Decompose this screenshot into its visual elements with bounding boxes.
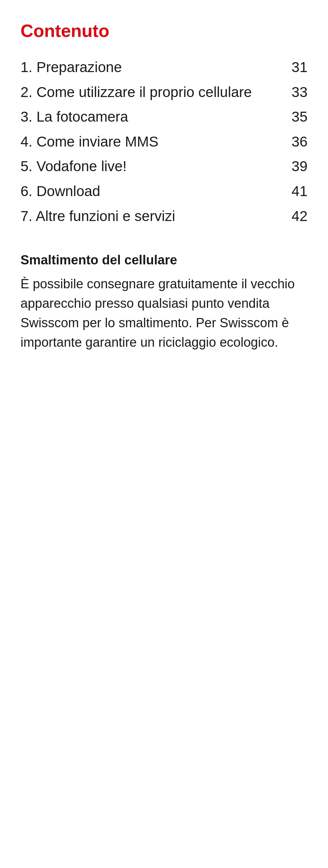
toc-item-2: 2. Come utilizzare il proprio cellulare … [20,83,308,102]
table-of-contents: 1. Preparazione 31 2. Come utilizzare il… [20,58,308,225]
toc-item-2-label: 2. Come utilizzare il proprio cellulare [20,83,287,102]
toc-item-3-page: 35 [287,108,308,126]
toc-item-5-label: 5. Vodafone live! [20,157,287,176]
toc-item-3: 3. La fotocamera 35 [20,108,308,126]
toc-item-4-label: 4. Come inviare MMS [20,133,287,151]
toc-item-7: 7. Altre funzioni e servizi 42 [20,207,308,226]
smaltimento-section: Smaltimento del cellulare È possibile co… [20,253,308,352]
toc-item-5: 5. Vodafone live! 39 [20,157,308,176]
toc-item-7-label: 7. Altre funzioni e servizi [20,207,287,226]
toc-item-2-page: 33 [287,83,308,102]
toc-item-1-page: 31 [287,58,308,77]
toc-item-6-page: 41 [287,182,308,201]
toc-item-6: 6. Download 41 [20,182,308,201]
smaltimento-title: Smaltimento del cellulare [20,253,308,267]
toc-item-6-label: 6. Download [20,182,287,201]
toc-item-5-page: 39 [287,157,308,176]
toc-item-1-label: 1. Preparazione [20,58,287,77]
page-title: Contenuto [20,20,308,41]
toc-item-4-page: 36 [287,133,308,151]
toc-item-7-page: 42 [287,207,308,226]
toc-item-3-label: 3. La fotocamera [20,108,287,126]
toc-item-4: 4. Come inviare MMS 36 [20,133,308,151]
toc-item-1: 1. Preparazione 31 [20,58,308,77]
smaltimento-text: È possibile consegnare gratuitamente il … [20,274,308,352]
